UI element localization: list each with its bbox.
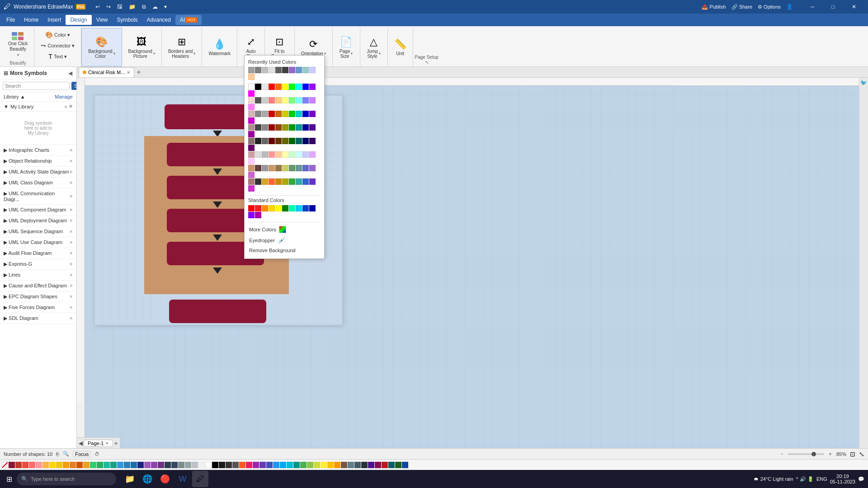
tab-close-btn[interactable]: ✕ [127, 70, 130, 75]
close-item-btn[interactable]: ✕ [69, 148, 73, 153]
color-swatch[interactable] [302, 151, 309, 158]
right-panel-icon[interactable]: 🐦 [860, 80, 868, 87]
minimize-btn[interactable]: ─ [802, 0, 823, 14]
color-swatch[interactable] [302, 84, 309, 90]
taskbar-app-explorer[interactable]: 📁 [122, 471, 138, 487]
color-swatch[interactable] [248, 158, 255, 164]
color-swatch[interactable] [266, 462, 273, 468]
color-swatch[interactable] [296, 205, 302, 211]
color-swatch[interactable] [255, 124, 261, 131]
color-swatch[interactable] [296, 165, 302, 171]
color-swatch[interactable] [282, 138, 288, 144]
undo-btn[interactable]: ↩ [93, 3, 103, 11]
zoom-in-btn[interactable]: ＋ [828, 450, 833, 457]
eyedropper-action[interactable]: Eyedropper 💉 [248, 235, 321, 246]
color-swatch[interactable] [302, 97, 309, 103]
list-item[interactable]: ▶ Five Forces Diagram ✕ [0, 302, 76, 313]
color-swatch[interactable] [309, 178, 316, 185]
color-swatch[interactable] [296, 97, 302, 103]
close-item-btn[interactable]: ✕ [69, 240, 73, 245]
maximize-btn[interactable]: □ [823, 0, 844, 14]
color-swatch[interactable] [282, 111, 288, 117]
color-swatch[interactable] [289, 178, 295, 185]
color-swatch[interactable] [248, 117, 255, 124]
close-btn[interactable]: ✕ [844, 0, 864, 14]
color-swatch[interactable] [255, 138, 261, 144]
color-swatch[interactable] [275, 67, 282, 73]
color-swatch[interactable] [262, 67, 268, 73]
color-swatch[interactable] [289, 165, 295, 171]
color-swatch[interactable] [248, 165, 255, 171]
color-swatch[interactable] [131, 462, 137, 468]
close-item-btn[interactable]: ✕ [69, 305, 73, 310]
background-picture-btn[interactable]: 🖼 BackgroundPicture ▾ [126, 34, 158, 61]
zoom-out-btn[interactable]: － [779, 450, 784, 457]
color-swatch[interactable] [302, 165, 309, 171]
color-swatch[interactable] [282, 97, 288, 103]
color-swatch[interactable] [262, 124, 268, 131]
color-swatch[interactable] [282, 124, 288, 131]
color-swatch[interactable] [255, 67, 261, 73]
color-swatch[interactable] [248, 74, 255, 80]
more-colors-action[interactable]: More Colors [248, 224, 321, 235]
color-swatch[interactable] [309, 84, 316, 90]
color-swatch[interactable] [248, 97, 255, 103]
color-swatch[interactable] [375, 462, 381, 468]
color-swatch[interactable] [282, 151, 288, 158]
color-swatch[interactable] [248, 104, 255, 110]
color-swatch[interactable] [248, 205, 255, 211]
color-swatch[interactable] [248, 124, 255, 131]
color-swatch[interactable] [248, 84, 255, 90]
color-swatch[interactable] [248, 90, 255, 97]
color-swatch[interactable] [275, 97, 282, 103]
color-swatch[interactable] [275, 205, 282, 211]
menu-file[interactable]: File [2, 15, 19, 25]
diagram-tab[interactable]: Clinical Risk M... ✕ [79, 67, 134, 77]
close-item-btn[interactable]: ✕ [69, 159, 73, 164]
bg-pic-arrow[interactable]: ▾ [153, 52, 155, 56]
list-item[interactable]: ▶ UML Use Case Diagram ✕ [0, 237, 76, 248]
close-item-btn[interactable]: ✕ [69, 229, 73, 234]
color-swatch[interactable] [309, 67, 316, 73]
color-swatch[interactable] [248, 145, 255, 151]
color-swatch[interactable] [262, 111, 268, 117]
color-swatch[interactable] [56, 462, 62, 468]
color-swatch[interactable] [296, 138, 302, 144]
color-swatch[interactable] [219, 462, 225, 468]
unit-btn[interactable]: 📏 Unit [392, 37, 409, 58]
color-swatch[interactable] [269, 165, 275, 171]
close-item-btn[interactable]: ✕ [69, 316, 73, 321]
color-swatch[interactable] [269, 97, 275, 103]
no-fill-swatch[interactable] [2, 462, 8, 468]
color-swatch[interactable] [255, 205, 261, 211]
color-swatch[interactable] [124, 462, 130, 468]
color-swatch[interactable] [262, 165, 268, 171]
color-swatch[interactable] [36, 462, 42, 468]
list-item[interactable]: ▶ UML Communication Diagr... ✕ [0, 188, 76, 205]
color-swatch[interactable] [296, 111, 302, 117]
color-swatch[interactable] [259, 462, 266, 468]
color-swatch[interactable] [296, 178, 302, 185]
color-swatch[interactable] [402, 462, 408, 468]
color-swatch[interactable] [289, 151, 295, 158]
my-library-header[interactable]: ▼ My Library + ✕ [0, 102, 76, 112]
color-swatch[interactable] [302, 205, 309, 211]
text-dropdown-btn[interactable]: T Text ▾ [46, 52, 70, 61]
color-swatch[interactable] [289, 124, 295, 131]
taskbar-search-input[interactable] [31, 476, 103, 482]
close-item-btn[interactable]: ✕ [69, 194, 73, 199]
color-swatch[interactable] [309, 111, 316, 117]
list-item[interactable]: ▶ UML Class Diagram ✕ [0, 178, 76, 188]
color-swatch[interactable] [348, 462, 354, 468]
beautify-dropdown-arrow[interactable]: ▾ [17, 53, 19, 57]
color-swatch[interactable] [255, 84, 261, 90]
collapse-sidebar-btn[interactable]: ◀ [68, 70, 73, 77]
color-swatch[interactable] [282, 67, 288, 73]
add-page-btn[interactable]: + [114, 440, 118, 447]
watermark-btn[interactable]: 💧 Watermark [206, 37, 233, 58]
color-swatch[interactable] [309, 205, 316, 211]
taskbar-app-chrome[interactable]: 🔴 [157, 471, 173, 487]
close-item-btn[interactable]: ✕ [69, 262, 73, 267]
menu-symbols[interactable]: Symbols [113, 15, 142, 25]
color-swatch[interactable] [22, 462, 28, 468]
